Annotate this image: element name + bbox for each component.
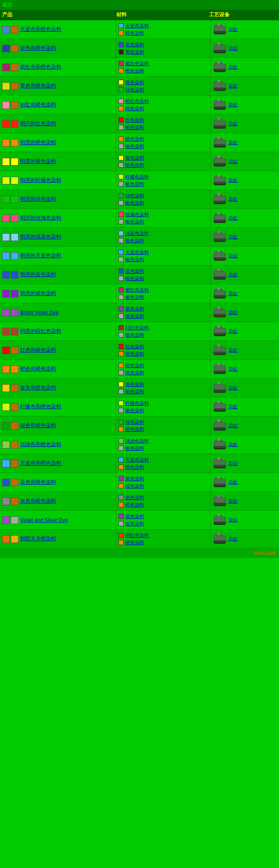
material-name[interactable]: 红色染料 xyxy=(125,344,144,350)
product-name[interactable]: 明亮的棕红色染料 xyxy=(20,328,61,335)
material-name[interactable]: 绿色染料 xyxy=(125,193,144,199)
material-name[interactable]: 橙色染料 xyxy=(125,105,144,112)
product-name[interactable]: 明亮的玫瑰色染料 xyxy=(20,214,61,222)
material-name[interactable]: 橙色染料 xyxy=(125,464,144,470)
product-name[interactable]: 天蓝色和橙色染料 xyxy=(20,460,61,467)
material-name[interactable]: 黑色染料 xyxy=(125,49,144,55)
equipment-name[interactable]: 染缸 xyxy=(228,517,238,523)
product-name[interactable]: 浅绿色和橙色染料 xyxy=(20,441,61,448)
equipment-name[interactable]: 染缸 xyxy=(228,309,238,316)
product-name[interactable]: 绿色和橙色染料 xyxy=(20,422,56,429)
material-name[interactable]: 银色染料 xyxy=(125,313,144,319)
material-name[interactable]: 紫红色染料 xyxy=(125,287,149,293)
material-name[interactable]: 绿色染料 xyxy=(125,87,144,93)
material-name[interactable]: 绿色染料 xyxy=(125,419,144,425)
equipment-name[interactable]: 染缸 xyxy=(228,83,238,89)
material-name[interactable]: 粉红色染料 xyxy=(125,98,149,105)
material-name[interactable]: 橙色染料 xyxy=(125,30,144,36)
equipment-name[interactable]: 染缸 xyxy=(228,139,238,146)
material-name[interactable]: 紫色染料 xyxy=(125,513,144,520)
equipment-name[interactable]: 染缸 xyxy=(228,385,238,391)
material-name[interactable]: 紫红色染料 xyxy=(125,60,149,67)
material-name[interactable]: 天蓝色染料 xyxy=(125,23,149,29)
material-name[interactable]: 明红色染料 xyxy=(125,532,149,539)
product-name[interactable]: 灰色和橙色染料 xyxy=(20,497,56,505)
equipment-name[interactable]: 染缸 xyxy=(228,366,238,372)
material-name[interactable]: 橙色染料 xyxy=(125,539,144,546)
equipment-name[interactable]: 染缸 xyxy=(228,177,238,184)
equipment-name[interactable]: 染缸 xyxy=(228,498,238,504)
product-name[interactable]: 明亮的橙色染料 xyxy=(20,139,56,146)
material-name[interactable]: 蓝色染料 xyxy=(125,42,144,48)
material-name[interactable]: 银色染料 xyxy=(125,238,144,244)
material-name[interactable]: 银色染料 xyxy=(125,181,144,187)
product-name[interactable]: 柠檬色和橙色染料 xyxy=(20,403,61,410)
material-name[interactable]: 黄色染料 xyxy=(125,155,144,161)
equipment-name[interactable]: 染缸 xyxy=(228,422,238,429)
product-name[interactable]: 蓝色和橙色染料 xyxy=(20,45,56,52)
product-name[interactable]: 黄东和橙色染料 xyxy=(20,384,56,392)
equipment-name[interactable]: 染缸 xyxy=(228,234,238,240)
product-name[interactable]: 紫红色和橙色染料 xyxy=(20,63,61,71)
material-name[interactable]: 黄色染料 xyxy=(125,79,144,86)
material-name[interactable]: 紫色染料 xyxy=(125,306,144,312)
material-name[interactable]: 橙色染料 xyxy=(125,502,144,508)
material-name[interactable]: 天蓝色染料 xyxy=(125,249,149,256)
material-name[interactable]: 银色染料 xyxy=(125,294,144,301)
material-name[interactable]: 蓝色染料 xyxy=(125,268,144,274)
material-name[interactable]: 银色染料 xyxy=(125,445,144,452)
material-name[interactable]: 橙色染料 xyxy=(125,351,144,357)
material-name[interactable]: 橙色染料 xyxy=(125,136,144,142)
product-name[interactable]: 黄色和橙色染料 xyxy=(20,82,56,90)
equipment-name[interactable]: 染缸 xyxy=(228,196,238,202)
material-name[interactable]: 浅绿色染料 xyxy=(125,438,149,444)
product-name[interactable]: 天蓝色和橙色染料 xyxy=(20,26,61,33)
equipment-name[interactable]: 染缸 xyxy=(228,479,238,485)
material-name[interactable]: 黄色染料 xyxy=(125,381,144,388)
material-name[interactable]: 银色染料 xyxy=(125,124,144,131)
material-name[interactable]: 红色染料 xyxy=(125,117,144,124)
product-name[interactable]: 橙色和橙色染料 xyxy=(20,365,56,373)
material-name[interactable]: 银色染料 xyxy=(125,143,144,150)
equipment-name[interactable]: 染缸 xyxy=(228,441,238,448)
equipment-name[interactable]: 染缸 xyxy=(228,121,238,127)
product-name[interactable]: 粉红和橙色染料 xyxy=(20,101,56,108)
product-name[interactable]: 明亮的红色染料 xyxy=(20,120,56,127)
equipment-name[interactable]: 染缸 xyxy=(228,253,238,259)
product-name[interactable]: 红色和橙色染料 xyxy=(20,347,56,354)
equipment-name[interactable]: 染缸 xyxy=(228,64,238,70)
material-name[interactable]: 浅蓝色染料 xyxy=(125,230,149,237)
material-name[interactable]: 灰色染料 xyxy=(125,494,144,501)
material-name[interactable]: 橙色染料 xyxy=(125,426,144,433)
equipment-name[interactable]: 染缸 xyxy=(228,347,238,353)
material-name[interactable]: 橙色染料 xyxy=(125,362,144,369)
material-name[interactable]: 银色染料 xyxy=(125,219,144,225)
material-name[interactable]: 棕红色染料 xyxy=(125,325,149,331)
material-name[interactable]: 柠檬色染料 xyxy=(125,174,149,180)
material-name[interactable]: 银色染料 xyxy=(125,200,144,206)
product-name[interactable]: 蓝色和橙色染料 xyxy=(20,479,56,486)
equipment-name[interactable]: 染缸 xyxy=(228,290,238,297)
product-name[interactable]: 明亮的黄色染料 xyxy=(20,158,56,165)
equipment-name[interactable]: 染缸 xyxy=(228,26,238,33)
material-name[interactable]: 银色染料 xyxy=(125,332,144,338)
equipment-name[interactable]: 染缸 xyxy=(228,271,238,278)
material-name[interactable]: 天蓝色染料 xyxy=(125,457,149,463)
product-name[interactable]: 明亮的柠檬色染料 xyxy=(20,177,61,184)
back-button[interactable]: 返回 xyxy=(2,1,12,9)
material-name[interactable]: 银色染料 xyxy=(125,256,144,263)
equipment-name[interactable]: 染缸 xyxy=(228,404,238,410)
material-name[interactable]: 银色染料 xyxy=(125,521,144,527)
equipment-name[interactable]: 染缸 xyxy=(228,158,238,165)
product-name[interactable]: 明亮的浅蓝色染料 xyxy=(20,233,61,241)
product-name[interactable]: Bright Violet Dye xyxy=(20,310,58,316)
product-name[interactable]: 明亮的蓝色染料 xyxy=(20,271,56,278)
material-name[interactable]: 银色染料 xyxy=(125,407,144,414)
product-name[interactable]: 明亮的绿色染料 xyxy=(20,196,56,203)
product-name[interactable]: 明亮的天蓝色染料 xyxy=(20,252,61,259)
material-name[interactable]: 银色染料 xyxy=(125,162,144,169)
material-name[interactable]: 柠檬色染料 xyxy=(125,400,149,407)
product-name[interactable]: Violet and Silver Dye xyxy=(20,517,68,523)
material-name[interactable]: 银色染料 xyxy=(125,389,144,395)
equipment-name[interactable]: 染缸 xyxy=(228,460,238,467)
